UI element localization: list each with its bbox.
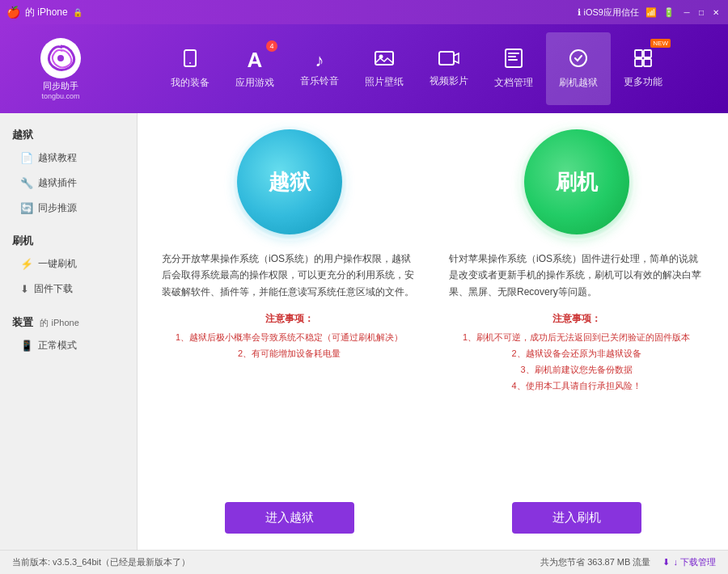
flash-notice-2: 2、越狱设备会还原为非越狱设备 bbox=[511, 346, 641, 362]
apple-logo-icon: 🍎 bbox=[6, 6, 20, 19]
window-controls[interactable]: ─ □ ✕ bbox=[681, 6, 722, 18]
flash-column: 刷机 针对苹果操作系统（iOS系统）固件进行处理，简单的说就是改变或者更新手机的… bbox=[449, 129, 704, 534]
svg-rect-5 bbox=[439, 52, 454, 65]
logo-area: 同步助手 tongbu.com bbox=[8, 38, 113, 100]
device-title: 的 iPhone bbox=[25, 6, 68, 19]
enter-jailbreak-button[interactable]: 进入越狱 bbox=[225, 502, 354, 534]
ios-trust-badge: ℹ iOS9应用信任 bbox=[578, 6, 639, 19]
apps-badge: 4 bbox=[266, 40, 277, 52]
version-text: 当前版本: v3.5.3_64bit（已经是最新版本了） bbox=[12, 556, 190, 568]
svg-point-2 bbox=[189, 62, 191, 64]
svg-rect-12 bbox=[644, 50, 651, 57]
close-button[interactable]: ✕ bbox=[710, 6, 722, 18]
docs-icon bbox=[505, 49, 523, 73]
info-icon: ℹ bbox=[578, 7, 581, 18]
svg-point-0 bbox=[57, 55, 64, 61]
sidebar-item-plugin[interactable]: 🔧 越狱插件 bbox=[0, 171, 137, 196]
sidebar-item-sync[interactable]: 🔄 同步推源 bbox=[0, 196, 137, 221]
photos-label: 照片壁纸 bbox=[365, 75, 404, 89]
flash-notice-title: 注意事项： bbox=[552, 312, 601, 326]
nav-tab-docs[interactable]: 文档管理 bbox=[481, 32, 546, 105]
nav-tab-apps[interactable]: A 4 应用游戏 bbox=[222, 32, 287, 105]
oneclick-icon: ⚡ bbox=[20, 258, 33, 270]
nav-tab-jailbreak[interactable]: 刷机越狱 bbox=[546, 32, 611, 105]
jailbreak-label: 刷机越狱 bbox=[559, 76, 598, 90]
apps-label: 应用游戏 bbox=[235, 76, 274, 90]
nav-tab-video[interactable]: 视频影片 bbox=[417, 32, 481, 105]
header: 同步助手 tongbu.com 我的装备 A 4 应用游戏 ♪ 音乐铃音 bbox=[0, 24, 728, 113]
battery-icon: 🔋 bbox=[663, 7, 675, 18]
flash-notice-4: 4、使用本工具请自行承担风险！ bbox=[511, 378, 641, 395]
sidebar-item-oneclick[interactable]: ⚡ 一键刷机 bbox=[0, 251, 137, 276]
sidebar-item-firmware[interactable]: ⬇ 固件下载 bbox=[0, 276, 137, 302]
status-right: 共为您节省 363.87 MB 流量 ⬇ ↓ 下载管理 bbox=[540, 556, 716, 568]
mydevice-icon bbox=[180, 49, 200, 73]
jailbreak-ring bbox=[231, 124, 349, 241]
docs-label: 文档管理 bbox=[494, 76, 533, 90]
firmware-label: 固件下载 bbox=[34, 282, 73, 296]
device-section-title: 装置 bbox=[12, 316, 33, 328]
title-bar-left: 🍎 的 iPhone 🔒 bbox=[6, 6, 83, 19]
logo-name: 同步助手 bbox=[43, 80, 78, 92]
normalmode-label: 正常模式 bbox=[38, 339, 77, 352]
svg-rect-13 bbox=[635, 59, 642, 66]
sidebar: 越狱 📄 越狱教程 🔧 越狱插件 🔄 同步推源 刷机 ⚡ 一键刷机 ⬇ 固件下载… bbox=[0, 113, 138, 550]
nav-tab-photos[interactable]: 照片壁纸 bbox=[352, 32, 417, 105]
jailbreak-circle: 越狱 bbox=[237, 129, 342, 234]
title-bar-right: ℹ iOS9应用信任 📶 🔋 ─ □ ✕ bbox=[578, 6, 722, 19]
jailbreak-description: 充分开放苹果操作系统（iOS系统）的用户操作权限，越狱后会取得系统最高的操作权限… bbox=[162, 251, 417, 300]
svg-rect-6 bbox=[506, 49, 522, 67]
flash-circle: 刷机 bbox=[524, 129, 629, 234]
sync-icon: 🔄 bbox=[20, 202, 33, 214]
jailbreak-column: 越狱 充分开放苹果操作系统（iOS系统）的用户操作权限，越狱后会取得系统最高的操… bbox=[162, 129, 417, 534]
plugin-label: 越狱插件 bbox=[38, 176, 77, 190]
oneclick-label: 一键刷机 bbox=[38, 257, 77, 271]
title-lock-icon: 🔒 bbox=[73, 8, 83, 17]
network-icon: 📶 bbox=[645, 7, 657, 18]
content-columns: 越狱 充分开放苹果操作系统（iOS系统）的用户操作权限，越狱后会取得系统最高的操… bbox=[162, 129, 704, 534]
content-area: 越狱 充分开放苹果操作系统（iOS系统）的用户操作权限，越狱后会取得系统最高的操… bbox=[138, 113, 728, 550]
flash-notice-1: 1、刷机不可逆，成功后无法返回到已关闭验证的固件版本 bbox=[463, 330, 690, 346]
sidebar-section-jailbreak: 越狱 bbox=[0, 121, 137, 146]
svg-rect-8 bbox=[508, 56, 516, 57]
maximize-button[interactable]: □ bbox=[696, 6, 707, 18]
nav-tab-mydevice[interactable]: 我的装备 bbox=[158, 32, 222, 105]
sidebar-item-normal-mode[interactable]: 📱 正常模式 bbox=[0, 333, 137, 358]
main-layout: 越狱 📄 越狱教程 🔧 越狱插件 🔄 同步推源 刷机 ⚡ 一键刷机 ⬇ 固件下载… bbox=[0, 113, 728, 550]
flash-description: 针对苹果操作系统（iOS系统）固件进行处理，简单的说就是改变或者更新手机的操作系… bbox=[449, 251, 704, 300]
jailbreak-notice-title: 注意事项： bbox=[265, 312, 314, 326]
mydevice-label: 我的装备 bbox=[171, 76, 210, 90]
device-section: 装置 的 iPhone bbox=[0, 308, 137, 333]
music-label: 音乐铃音 bbox=[300, 74, 339, 88]
nav-tab-more[interactable]: NEW 更多功能 bbox=[611, 32, 675, 105]
svg-rect-7 bbox=[508, 53, 519, 54]
svg-rect-3 bbox=[375, 52, 393, 65]
video-label: 视频影片 bbox=[430, 74, 468, 88]
normalmode-icon: 📱 bbox=[20, 340, 33, 352]
svg-rect-14 bbox=[644, 59, 651, 66]
sidebar-item-tutorial[interactable]: 📄 越狱教程 bbox=[0, 146, 137, 171]
minimize-button[interactable]: ─ bbox=[681, 6, 692, 18]
tutorial-label: 越狱教程 bbox=[38, 151, 77, 165]
svg-rect-11 bbox=[635, 50, 642, 57]
sync-label: 同步推源 bbox=[38, 201, 77, 215]
photos-icon bbox=[375, 49, 394, 72]
jailbreak-notice-2: 2、有可能增加设备耗电量 bbox=[238, 346, 341, 362]
nav-tab-music[interactable]: ♪ 音乐铃音 bbox=[287, 32, 352, 105]
logo-sub: tongbu.com bbox=[41, 92, 79, 100]
more-label: 更多功能 bbox=[624, 75, 662, 89]
enter-flash-button[interactable]: 进入刷机 bbox=[512, 502, 641, 534]
logo-icon bbox=[40, 38, 81, 78]
firmware-icon: ⬇ bbox=[20, 283, 29, 295]
savings-text: 共为您节省 363.87 MB 流量 bbox=[540, 556, 650, 568]
flash-notice-3: 3、刷机前建议您先备份数据 bbox=[520, 362, 632, 378]
download-icon: ⬇ bbox=[662, 557, 670, 568]
svg-point-10 bbox=[570, 50, 586, 66]
svg-rect-9 bbox=[508, 59, 518, 61]
jailbreak-notice-1: 1、越狱后极小概率会导致系统不稳定（可通过刷机解决） bbox=[176, 330, 403, 346]
jailbreak-icon bbox=[569, 49, 588, 73]
download-manager-button[interactable]: ⬇ ↓ 下载管理 bbox=[662, 556, 716, 568]
more-new-badge: NEW bbox=[650, 39, 671, 48]
flash-ring bbox=[518, 124, 636, 241]
plugin-icon: 🔧 bbox=[20, 177, 33, 189]
